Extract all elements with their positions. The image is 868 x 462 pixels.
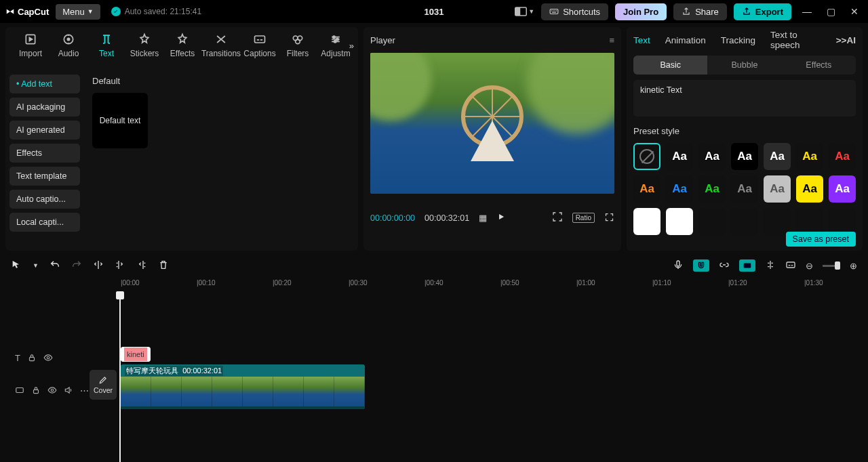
inspector-tab-tracking[interactable]: Tracking — [721, 35, 755, 45]
preset-style-swatch[interactable]: Aa — [666, 143, 693, 170]
preset-style-swatch[interactable]: Aa — [633, 175, 660, 203]
eye-icon[interactable] — [43, 353, 53, 362]
ruler-mark: |00:20 — [273, 279, 292, 287]
tracks-area[interactable]: T kineti ⋯ Cover 特写摩天轮玩具 00:00:32:01 — [5, 291, 863, 462]
track-more-icon[interactable]: ⋯ — [80, 385, 89, 396]
redo-button[interactable] — [71, 259, 82, 272]
subtab-effects[interactable]: Effects — [782, 56, 856, 75]
preset-style-swatch[interactable] — [698, 208, 726, 235]
preset-style-swatch[interactable] — [764, 208, 791, 235]
magnet-tool-on[interactable] — [693, 259, 709, 272]
layout-switch[interactable]: ▼ — [515, 7, 534, 16]
subtab-basic[interactable]: Basic — [633, 56, 707, 75]
svg-point-16 — [336, 38, 338, 40]
time-ruler[interactable]: |00:00|00:10|00:20|00:30|00:40|00:50|01:… — [117, 278, 863, 291]
link-tool[interactable] — [719, 259, 730, 272]
zoom-out-icon[interactable]: ⊖ — [806, 261, 813, 271]
sidebar-item[interactable]: Local capti... — [9, 213, 80, 232]
player-menu-icon[interactable]: ≡ — [609, 35, 614, 45]
default-text-card[interactable]: Default text — [92, 93, 148, 148]
undo-button[interactable] — [50, 259, 60, 272]
video-clip[interactable]: 特写摩天轮玩具 00:00:32:01 — [121, 364, 365, 409]
preset-style-swatch[interactable] — [633, 208, 660, 235]
ai-toggle[interactable]: >>AI — [836, 35, 856, 45]
inspector-tab-text-to-speech[interactable]: Text to speech — [770, 30, 821, 50]
player-title: Player — [370, 35, 395, 45]
media-tab-import[interactable]: Import — [12, 30, 49, 58]
preset-style-swatch[interactable] — [633, 143, 660, 170]
export-button[interactable]: Export — [734, 3, 791, 20]
sidebar-item[interactable]: AI generated — [9, 121, 80, 140]
sidebar-item[interactable]: Auto captio... — [9, 190, 80, 209]
menu-button[interactable]: Menu ▼ — [56, 4, 100, 20]
pointer-tool[interactable] — [11, 259, 22, 272]
preset-style-swatch[interactable]: Aa — [731, 175, 758, 203]
preset-style-swatch[interactable]: Aa — [698, 143, 726, 170]
shortcuts-button[interactable]: Shortcuts — [541, 3, 608, 20]
subtab-bubble[interactable]: Bubble — [707, 56, 781, 75]
lock-icon[interactable] — [31, 385, 41, 395]
ratio-button[interactable]: Ratio — [572, 213, 595, 223]
mic-icon[interactable] — [673, 259, 684, 272]
sidebar-item[interactable]: • Add text — [9, 75, 80, 93]
fullscreen-icon[interactable] — [604, 212, 614, 224]
inspector-tab-animation[interactable]: Animation — [665, 35, 706, 45]
sidebar-item[interactable]: Text template — [9, 167, 80, 186]
preset-style-swatch[interactable]: Aa — [698, 175, 726, 203]
preview-render-on[interactable] — [739, 259, 755, 272]
preset-style-swatch[interactable]: Aa — [796, 175, 823, 203]
split-tool[interactable] — [93, 259, 104, 272]
preset-style-swatch[interactable] — [796, 208, 823, 235]
media-tab-stickers[interactable]: Stickers — [126, 30, 163, 58]
pointer-chevron-icon[interactable]: ▼ — [33, 262, 39, 269]
preset-style-swatch[interactable]: Aa — [764, 143, 791, 170]
preset-style-swatch[interactable] — [731, 208, 758, 235]
window-close[interactable]: ✕ — [846, 6, 863, 17]
preset-style-swatch[interactable]: Aa — [764, 175, 791, 203]
media-tab-filters[interactable]: Filters — [279, 30, 316, 58]
preset-style-swatch[interactable]: Aa — [796, 143, 823, 170]
captions-tool[interactable] — [785, 259, 796, 272]
sidebar-item[interactable]: Effects — [9, 144, 80, 163]
delete-tool[interactable] — [158, 259, 169, 272]
preset-style-swatch[interactable] — [829, 208, 856, 235]
trim-right-tool[interactable] — [136, 259, 147, 272]
media-tab-text[interactable]: Text — [88, 30, 125, 58]
media-tab-audio[interactable]: Audio — [50, 30, 87, 58]
preset-style-swatch[interactable]: Aa — [666, 175, 693, 203]
player-controls: 00:00:00:00 00:00:32:01 ▦ Ratio — [370, 211, 614, 224]
scan-icon[interactable] — [552, 211, 563, 224]
share-button[interactable]: Share — [673, 3, 727, 20]
media-tab-effects[interactable]: Effects — [164, 30, 201, 58]
svg-point-15 — [333, 36, 335, 38]
cover-button[interactable]: Cover — [90, 370, 117, 400]
trim-left-tool[interactable] — [115, 259, 125, 272]
zoom-slider[interactable] — [823, 261, 840, 270]
play-button[interactable] — [496, 212, 506, 224]
more-tabs-arrow[interactable]: » — [349, 41, 354, 51]
app-logo: CapCut — [5, 7, 49, 17]
preset-style-swatch[interactable] — [666, 208, 693, 235]
preset-style-swatch[interactable]: Aa — [829, 143, 856, 170]
zoom-in-icon[interactable]: ⊕ — [850, 261, 857, 271]
text-content-input[interactable]: kinetic Text — [633, 80, 856, 117]
media-tab-transitions[interactable]: Transitions — [202, 30, 240, 58]
lock-icon[interactable] — [27, 353, 37, 362]
eye-icon[interactable] — [47, 385, 57, 395]
save-as-preset-button[interactable]: Save as preset — [786, 232, 856, 247]
preset-style-swatch[interactable]: Aa — [829, 175, 856, 203]
align-tool[interactable] — [765, 259, 776, 272]
sidebar-item[interactable]: AI packaging — [9, 98, 80, 117]
window-maximize[interactable]: ▢ — [823, 6, 840, 17]
window-minimize[interactable]: — — [798, 6, 816, 17]
playhead[interactable] — [120, 291, 128, 462]
video-preview[interactable] — [370, 53, 614, 194]
join-pro-button[interactable]: Join Pro — [615, 3, 667, 20]
ruler-mark: |00:50 — [500, 279, 519, 287]
inspector-tab-text[interactable]: Text — [633, 35, 650, 45]
list-view-icon[interactable]: ▦ — [479, 213, 487, 223]
sound-icon[interactable] — [64, 385, 73, 395]
preset-style-swatch[interactable]: Aa — [731, 143, 758, 170]
svg-rect-1 — [515, 7, 521, 16]
media-tab-captions[interactable]: Captions — [241, 30, 278, 58]
